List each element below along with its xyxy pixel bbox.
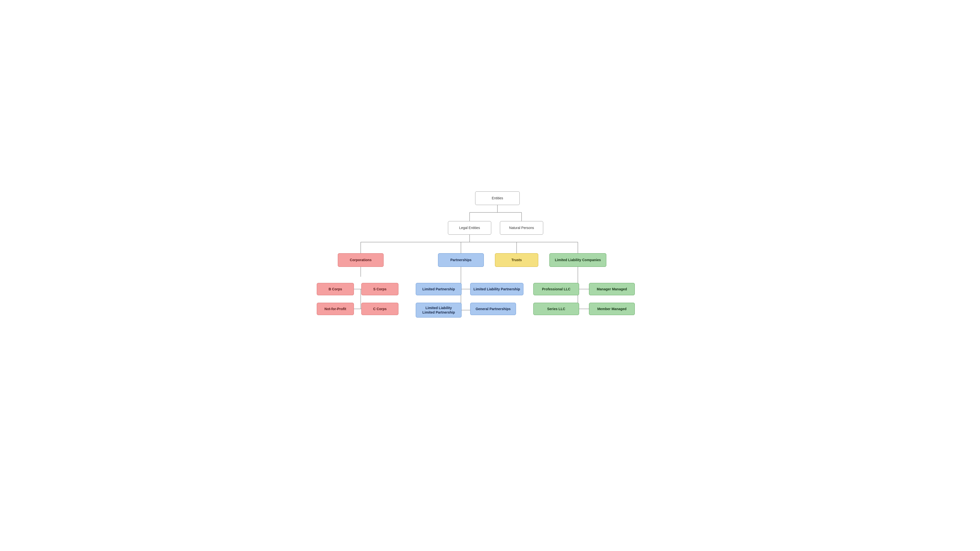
node-legal_entities: Legal Entities [448, 221, 491, 235]
node-entities: Entities [475, 191, 520, 205]
node-professional_llc: Professional LLC [533, 283, 579, 295]
node-corporations: Corporations [338, 253, 383, 267]
node-c_corps: C Corps [361, 303, 398, 315]
node-series_llc: Series LLC [533, 303, 579, 315]
node-natural_persons: Natural Persons [500, 221, 543, 235]
node-manager_managed: Manager Managed [589, 283, 635, 295]
node-trusts: Trusts [495, 253, 538, 267]
node-general_partnerships: General Partnerships [470, 303, 516, 315]
node-s_corps: S Corps [361, 283, 398, 295]
node-b_corps: B Corps [317, 283, 354, 295]
node-member_managed: Member Managed [589, 303, 635, 315]
node-partnerships: Partnerships [438, 253, 484, 267]
node-lllp: Limited LiabilityLimited Partnership [416, 303, 461, 318]
node-not_for_profit: Not-for-Profit [317, 303, 354, 315]
node-llc: Limited Liability Companies [549, 253, 606, 267]
node-limited_liability_partnership: Limited Liability Partnership [470, 283, 523, 295]
diagram-container: EntitiesLegal EntitiesNatural PersonsCor… [317, 176, 663, 375]
connector-svg [317, 176, 663, 375]
node-limited_partnership: Limited Partnership [416, 283, 461, 295]
